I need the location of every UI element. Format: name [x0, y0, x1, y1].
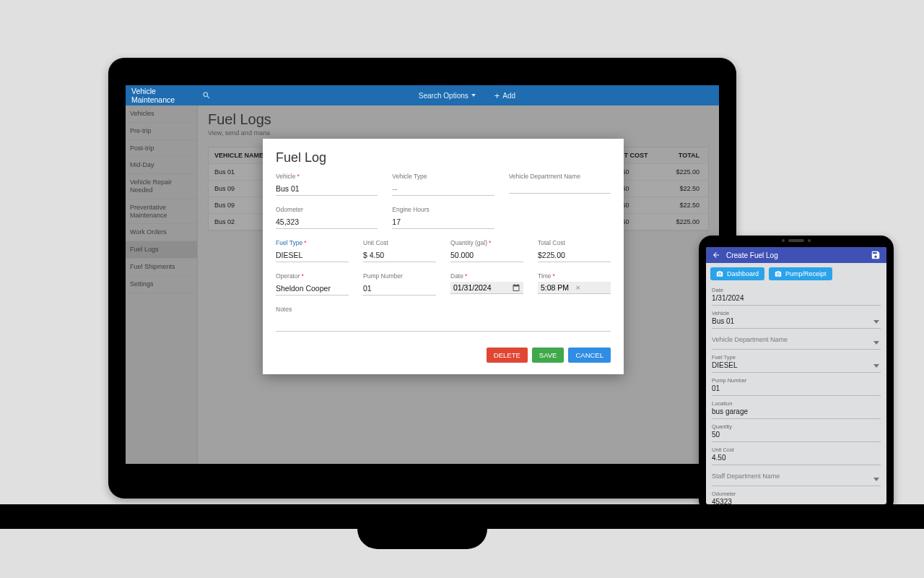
tablet-screen: Create Fuel Log Dashboard Pump/Receipt D…	[706, 247, 886, 504]
clear-time-icon[interactable]: ×	[576, 283, 609, 292]
tablet-frame: Create Fuel Log Dashboard Pump/Receipt D…	[699, 236, 894, 513]
app-brand: Vehicle Maintenance	[126, 87, 198, 104]
calendar-icon	[512, 283, 520, 292]
pill-pump-label: Pump/Receipt	[785, 270, 827, 277]
lbl-vehicle: Vehicle	[276, 173, 378, 180]
search-options-label: Search Options	[419, 92, 468, 100]
laptop-screen: Vehicle Maintenance Search Options + Add…	[126, 85, 719, 464]
plus-icon: +	[494, 91, 500, 100]
topbar-center: Search Options + Add	[215, 91, 719, 100]
pill-dashboard[interactable]: Dashboard	[710, 267, 764, 280]
cancel-button[interactable]: CANCEL	[568, 348, 611, 363]
field-vehicle-type: --	[392, 182, 494, 196]
tablet-field-date[interactable]: Date1/31/2024	[712, 285, 881, 306]
field-quantity[interactable]: 50.000	[450, 249, 523, 262]
lbl-operator: Operator	[276, 272, 349, 280]
add-button[interactable]: + Add	[494, 91, 515, 100]
lbl-date: Date	[450, 272, 523, 280]
app-root: VehiclesPre-tripPost-tripMid-DayVehicle …	[126, 105, 719, 464]
lbl-odometer: Odometer	[276, 206, 378, 213]
tablet-field-label: Vehicle Department Name	[712, 333, 881, 346]
tablet-field-label: Pump Number	[712, 377, 881, 384]
svg-point-0	[719, 273, 721, 275]
app-topbar: Vehicle Maintenance Search Options + Add	[126, 85, 719, 105]
tablet-field-value: 1/31/2024	[712, 294, 881, 302]
lbl-time: Time	[538, 272, 611, 280]
tablet-field-value: 45323	[712, 498, 881, 504]
search-icon[interactable]	[198, 91, 215, 100]
lbl-total-cost: Total Cost	[538, 239, 611, 246]
field-pump-number[interactable]: 01	[363, 282, 436, 296]
field-total-cost: $225.00	[538, 249, 611, 262]
time-value: 5:08 PM	[541, 283, 573, 292]
lbl-vehicle-type: Vehicle Type	[392, 173, 494, 180]
field-engine-hours[interactable]: 17	[392, 215, 494, 229]
tablet-field-quantity[interactable]: Quantity50	[712, 421, 881, 442]
caret-down-icon	[471, 94, 476, 97]
tablet-field-label: Staff Department Name	[712, 470, 881, 483]
modal-title: Fuel Log	[276, 150, 611, 165]
tablet-field-label: Vehicle	[712, 310, 881, 316]
lbl-quantity: Quantity (gal)	[450, 239, 523, 246]
tablet-field-staff-department-name[interactable]: Staff Department Name	[712, 467, 881, 486]
add-label: Add	[502, 92, 515, 100]
pill-dashboard-label: Dashboard	[727, 270, 759, 277]
tablet-sensors	[782, 239, 811, 242]
field-vehicle-dept[interactable]	[509, 182, 611, 194]
tablet-field-value: 01	[712, 384, 881, 392]
fuel-log-modal: Fuel Log VehicleBus 01 Vehicle Type-- Ve…	[263, 139, 624, 374]
save-button[interactable]: SAVE	[532, 348, 565, 363]
field-date[interactable]: 01/31/2024	[450, 282, 523, 294]
tablet-field-vehicle-department-name[interactable]: Vehicle Department Name	[712, 331, 881, 350]
delete-button[interactable]: DELETE	[487, 348, 528, 363]
tablet-field-value: 4.50	[712, 454, 881, 462]
tablet-field-label: Unit Cost	[712, 447, 881, 453]
back-button[interactable]	[712, 251, 720, 259]
field-fuel-type[interactable]: DIESEL	[276, 249, 349, 262]
tablet-pill-row: Dashboard Pump/Receipt	[706, 263, 886, 285]
tablet-form: Date1/31/2024VehicleBus 01Vehicle Depart…	[706, 285, 886, 504]
chevron-down-icon	[873, 478, 879, 481]
field-time[interactable]: 5:08 PM ×	[538, 282, 611, 294]
tablet-field-location[interactable]: Locationbus garage	[712, 398, 881, 419]
lbl-unit-cost: Unit Cost	[363, 239, 436, 246]
chevron-down-icon	[873, 364, 879, 368]
svg-point-1	[777, 273, 780, 275]
tablet-field-unit-cost[interactable]: Unit Cost4.50	[712, 444, 881, 465]
camera-icon	[775, 270, 782, 277]
chevron-down-icon	[873, 320, 879, 324]
tablet-title: Create Fuel Log	[726, 251, 865, 259]
search-options-dropdown[interactable]: Search Options	[419, 92, 476, 100]
field-vehicle[interactable]: Bus 01	[276, 182, 378, 196]
lbl-vehicle-dept: Vehicle Department Name	[509, 173, 611, 180]
field-notes[interactable]	[276, 317, 611, 332]
tablet-field-odometer[interactable]: Odometer45323	[712, 488, 881, 504]
pill-pump-receipt[interactable]: Pump/Receipt	[769, 267, 832, 280]
field-operator[interactable]: Sheldon Cooper	[276, 282, 349, 296]
tablet-field-label: Location	[712, 400, 881, 407]
tablet-field-value: 50	[712, 431, 881, 439]
tablet-field-label: Odometer	[712, 491, 881, 497]
tablet-field-value: DIESEL	[712, 361, 881, 369]
lbl-engine-hours: Engine Hours	[392, 206, 494, 213]
laptop-base	[357, 506, 487, 549]
tablet-field-label: Date	[712, 287, 881, 293]
tablet-field-vehicle[interactable]: VehicleBus 01	[712, 308, 881, 329]
camera-icon	[716, 270, 723, 277]
tablet-field-label: Fuel Type	[712, 354, 881, 361]
tablet-field-value: Bus 01	[712, 317, 881, 325]
tablet-field-value: bus garage	[712, 407, 881, 415]
tablet-field-fuel-type[interactable]: Fuel TypeDIESEL	[712, 352, 881, 373]
field-odometer[interactable]: 45,323	[276, 215, 378, 229]
date-value: 01/31/2024	[453, 283, 509, 292]
tablet-field-label: Quantity	[712, 423, 881, 430]
modal-actions: DELETE SAVE CANCEL	[276, 348, 611, 363]
laptop-frame: Vehicle Maintenance Search Options + Add…	[108, 58, 736, 499]
lbl-notes: Notes	[276, 306, 611, 313]
tablet-save-button[interactable]	[871, 250, 881, 260]
field-unit-cost[interactable]: $ 4.50	[363, 249, 436, 262]
chevron-down-icon	[873, 341, 879, 345]
tablet-header: Create Fuel Log	[706, 247, 886, 263]
tablet-field-pump-number[interactable]: Pump Number01	[712, 375, 881, 396]
lbl-pump-number: Pump Number	[363, 272, 436, 280]
